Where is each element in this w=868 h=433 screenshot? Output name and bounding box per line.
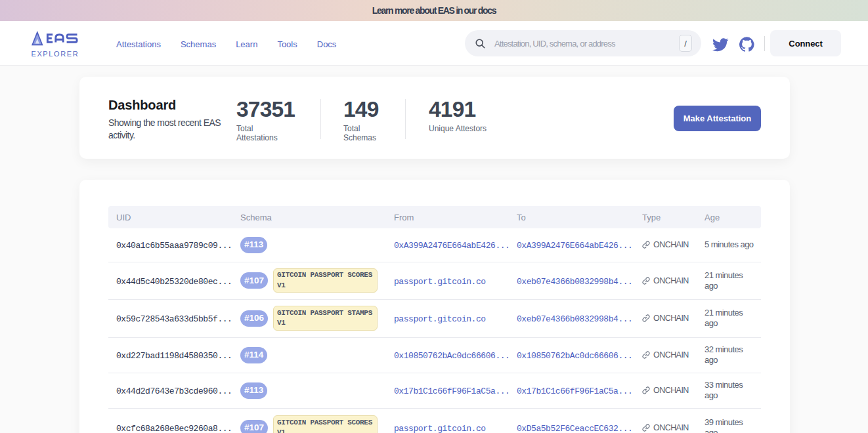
svg-text:EXPLORER: EXPLORER [32, 50, 79, 58]
